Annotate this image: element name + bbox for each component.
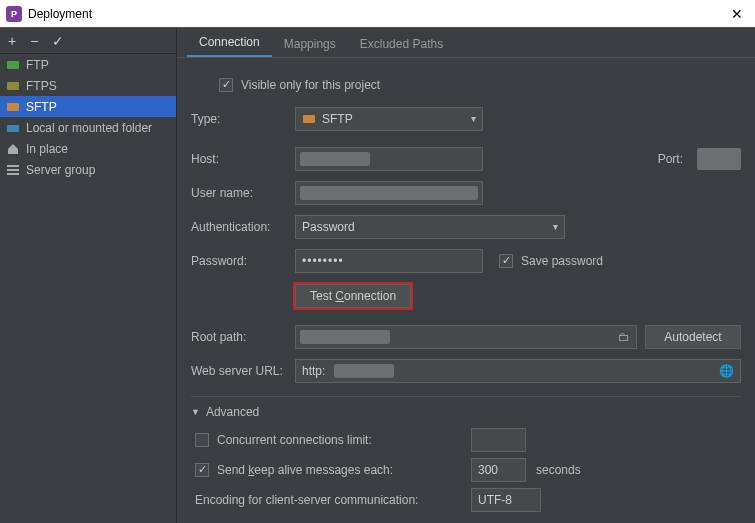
visible-only-label: Visible only for this project (241, 78, 380, 92)
svg-rect-5 (7, 169, 19, 171)
chevron-down-icon: ▾ (471, 113, 476, 124)
server-icon (6, 100, 20, 114)
app-icon: P (6, 6, 22, 22)
username-input[interactable] (295, 181, 483, 205)
save-password-checkbox[interactable]: ✓ Save password (499, 254, 603, 268)
tab-excluded[interactable]: Excluded Paths (348, 31, 455, 57)
svg-rect-6 (7, 173, 19, 175)
weburl-input[interactable]: http: 🌐 (295, 359, 741, 383)
globe-icon[interactable]: 🌐 (719, 364, 734, 378)
auth-value: Password (302, 220, 355, 234)
window-title: Deployment (28, 7, 725, 21)
add-button[interactable]: + (8, 34, 16, 48)
sidebar-item-group[interactable]: Server group (0, 159, 176, 180)
sidebar-item-label: FTPS (26, 79, 57, 93)
type-value: SFTP (322, 112, 353, 126)
server-icon (6, 58, 20, 72)
encoding-input[interactable]: UTF-8 (471, 488, 541, 512)
sidebar-item-label: FTP (26, 58, 49, 72)
sidebar-item-label: Local or mounted folder (26, 121, 152, 135)
host-label: Host: (191, 152, 295, 166)
port-input[interactable] (697, 148, 741, 170)
checkbox-icon: ✓ (195, 463, 209, 477)
server-icon (6, 79, 20, 93)
weburl-label: Web server URL: (191, 364, 295, 378)
sidebar: + − ✓ FTP FTPS SFTP Local or mounted fol… (0, 28, 177, 523)
concurrent-checkbox[interactable]: Concurrent connections limit: (195, 433, 461, 447)
password-input[interactable]: •••••••• (295, 249, 483, 273)
sidebar-item-label: Server group (26, 163, 95, 177)
auth-label: Authentication: (191, 220, 295, 234)
encoding-label: Encoding for client-server communication… (195, 493, 461, 507)
svg-rect-2 (7, 103, 19, 111)
auth-select[interactable]: Password ▾ (295, 215, 565, 239)
visible-only-checkbox[interactable]: ✓ Visible only for this project (219, 78, 380, 92)
rootpath-label: Root path: (191, 330, 295, 344)
chevron-down-icon: ▾ (553, 221, 558, 232)
port-label: Port: (658, 152, 683, 166)
sidebar-item-sftp[interactable]: SFTP (0, 96, 176, 117)
sidebar-item-local[interactable]: Local or mounted folder (0, 117, 176, 138)
checkbox-icon: ✓ (219, 78, 233, 92)
list-icon (6, 163, 20, 177)
checkbox-icon (195, 433, 209, 447)
password-label: Password: (191, 254, 295, 268)
sidebar-item-ftp[interactable]: FTP (0, 54, 176, 75)
svg-rect-4 (7, 165, 19, 167)
server-icon (302, 113, 316, 125)
sidebar-item-label: In place (26, 142, 68, 156)
folder-icon (6, 121, 20, 135)
svg-rect-7 (303, 115, 315, 123)
type-label: Type: (191, 112, 295, 126)
rootpath-input[interactable]: 🗀 (295, 325, 637, 349)
type-select[interactable]: SFTP ▾ (295, 107, 483, 131)
save-password-label: Save password (521, 254, 603, 268)
autodetect-button[interactable]: Autodetect (645, 325, 741, 349)
weburl-prefix: http: (302, 364, 325, 378)
tab-connection[interactable]: Connection (187, 29, 272, 57)
triangle-down-icon: ▼ (191, 407, 200, 417)
test-connection-button[interactable]: Test Connection (295, 284, 411, 308)
username-label: User name: (191, 186, 295, 200)
sidebar-item-ftps[interactable]: FTPS (0, 75, 176, 96)
keepalive-checkbox[interactable]: ✓ Send keep alive messages each: (195, 463, 461, 477)
advanced-label: Advanced (206, 405, 259, 419)
home-icon (6, 142, 20, 156)
svg-rect-3 (7, 125, 19, 132)
keepalive-unit: seconds (536, 463, 581, 477)
sidebar-item-inplace[interactable]: In place (0, 138, 176, 159)
concurrent-label: Concurrent connections limit: (217, 433, 372, 447)
svg-rect-0 (7, 61, 19, 69)
concurrent-input[interactable] (471, 428, 526, 452)
folder-icon[interactable]: 🗀 (618, 330, 630, 344)
keepalive-input[interactable]: 300 (471, 458, 526, 482)
close-icon[interactable]: ✕ (725, 6, 749, 22)
tab-mappings[interactable]: Mappings (272, 31, 348, 57)
host-input[interactable] (295, 147, 483, 171)
advanced-toggle[interactable]: ▼ Advanced (191, 405, 741, 419)
sidebar-item-label: SFTP (26, 100, 57, 114)
checkbox-icon: ✓ (499, 254, 513, 268)
svg-rect-1 (7, 82, 19, 90)
remove-button[interactable]: − (30, 34, 38, 48)
apply-button[interactable]: ✓ (52, 34, 64, 48)
